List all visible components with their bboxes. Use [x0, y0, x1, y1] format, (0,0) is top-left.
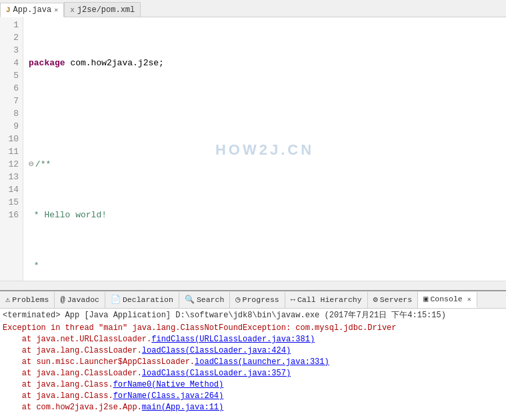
- link-urlclassloader[interactable]: findClass(URLClassLoader.java:381): [151, 335, 315, 344]
- console-error-line-8: at com.how2java.j2se.App.main(App.java:1…: [3, 402, 503, 413]
- tab-search[interactable]: 🔍 Search: [179, 292, 230, 308]
- console-error-line-3: at java.lang.ClassLoader.loadClass(Class…: [3, 345, 503, 357]
- tab-declaration-label: Declaration: [123, 295, 173, 304]
- code-editor[interactable]: package com.how2java.j2se; ⊖/** * Hello …: [23, 17, 506, 281]
- link-launcher-331[interactable]: loadClass(Launcher.java:331): [195, 357, 329, 367]
- xml-icon: x: [70, 6, 75, 14]
- tab-label: App.java: [13, 5, 52, 15]
- code-line-3: ⊖/**: [29, 158, 506, 171]
- console-error-line-6: at java.lang.Class.forName0(Native Metho…: [3, 379, 503, 391]
- tab-problems[interactable]: ⚠ Problems: [0, 292, 55, 308]
- declaration-icon: 📄: [111, 295, 121, 305]
- tab-call-hierarchy[interactable]: ↔ Call Hierarchy: [285, 292, 368, 308]
- code-line-4: * Hello world!: [29, 209, 506, 221]
- tab-app-java[interactable]: J App.java ✕: [0, 3, 64, 17]
- java-icon: J: [6, 6, 11, 14]
- console-error-line-4: at sun.misc.Launcher$AppClassLoader.load…: [3, 357, 503, 368]
- console-close-icon[interactable]: ✕: [467, 295, 471, 303]
- console-icon: ▣: [423, 294, 428, 304]
- code-line-2: [29, 107, 506, 120]
- servers-icon: ⚙: [373, 295, 378, 305]
- link-classloader-357[interactable]: loadClass(ClassLoader.java:357): [142, 369, 291, 378]
- fold-icon-3[interactable]: ⊖: [29, 158, 34, 171]
- console-error-line-1: Exception in thread "main" java.lang.Cla…: [3, 323, 503, 334]
- link-forname-264[interactable]: forName(Class.java:264): [113, 391, 224, 401]
- link-app-main[interactable]: main(App.java:11): [142, 403, 223, 412]
- tab-call-hierarchy-label: Call Hierarchy: [297, 295, 362, 304]
- tab-servers[interactable]: ⚙ Servers: [368, 292, 419, 308]
- call-hierarchy-icon: ↔: [291, 295, 295, 305]
- tab-progress-label: Progress: [243, 295, 279, 304]
- editor-tab-bar: J App.java ✕ x j2se/pom.xml: [0, 0, 506, 17]
- tab-console[interactable]: ▣ Console ✕: [418, 292, 477, 308]
- progress-icon: ◷: [235, 295, 240, 305]
- bottom-tab-bar: ⚠ Problems @ Javadoc 📄 Declaration 🔍 Sea…: [0, 291, 506, 309]
- tab-javadoc[interactable]: @ Javadoc: [55, 292, 105, 308]
- console-title: <terminated> App [Java Application] D:\s…: [3, 310, 503, 321]
- tab-j2se-pom[interactable]: x j2se/pom.xml: [64, 2, 141, 17]
- tab-close-button[interactable]: ✕: [54, 6, 58, 14]
- bottom-panel: ⚠ Problems @ Javadoc 📄 Declaration 🔍 Sea…: [0, 290, 506, 420]
- tab-console-label: Console: [430, 295, 462, 303]
- link-classloader-424[interactable]: loadClass(ClassLoader.java:424): [142, 346, 291, 355]
- javadoc-icon: @: [60, 295, 65, 305]
- tab-javadoc-label: Javadoc: [67, 295, 99, 304]
- tab-progress[interactable]: ◷ Progress: [230, 292, 285, 308]
- tab-problems-label: Problems: [12, 295, 49, 304]
- console-error-line-7: at java.lang.Class.forName(Class.java:26…: [3, 391, 503, 402]
- horizontal-scrollbar[interactable]: [0, 281, 506, 290]
- problems-icon: ⚠: [5, 295, 10, 305]
- tab-servers-label: Servers: [380, 295, 412, 304]
- tab-search-label: Search: [197, 295, 224, 304]
- console-output[interactable]: <terminated> App [Java Application] D:\s…: [0, 309, 506, 420]
- code-line-1: package com.how2java.j2se;: [29, 57, 506, 69]
- code-line-5: *: [29, 259, 506, 272]
- tab-declaration[interactable]: 📄 Declaration: [105, 292, 179, 308]
- search-icon: 🔍: [185, 295, 195, 305]
- watermark: HOW2J.CN: [215, 143, 314, 155]
- console-error-line-2: at java.net.URLClassLoader.findClass(URL…: [3, 334, 503, 345]
- line-numbers: 1 2 3 4 5 6 7 8 9 10 11 12 13 14 15 16: [0, 17, 23, 281]
- editor-area: 1 2 3 4 5 6 7 8 9 10 11 12 13 14 15 16 p…: [0, 17, 506, 290]
- code-container[interactable]: 1 2 3 4 5 6 7 8 9 10 11 12 13 14 15 16 p…: [0, 17, 506, 281]
- tab-label: j2se/pom.xml: [77, 5, 135, 15]
- console-error-line-5: at java.lang.ClassLoader.loadClass(Class…: [3, 368, 503, 379]
- link-forname0[interactable]: forName0(Native Method): [113, 380, 224, 389]
